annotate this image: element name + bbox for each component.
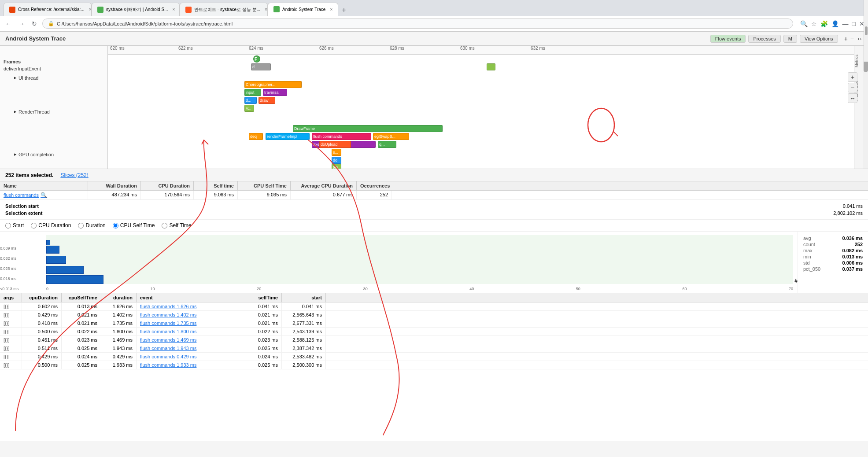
profile-icon[interactable]: 👤 <box>831 20 839 27</box>
dc-event-0[interactable]: flush commands 1.626 ms <box>137 302 242 310</box>
radio-cpuselftime-input[interactable] <box>113 223 118 228</box>
dc-cpuself-7: 0.025 ms <box>62 361 101 369</box>
ui-thread-label[interactable]: ▸ UI thread <box>4 74 104 81</box>
dc-event-5[interactable]: flush commands 1.943 ms <box>137 344 242 352</box>
dc-event-4[interactable]: flush commands 1.469 ms <box>137 336 242 344</box>
radio-cpuduration-input[interactable] <box>31 223 37 228</box>
radio-start-input[interactable] <box>5 223 11 228</box>
dcol-cpudur[interactable]: cpuDuration <box>22 293 62 302</box>
block-deq[interactable]: deq <box>249 133 263 140</box>
extensions-icon[interactable]: 🧩 <box>820 20 828 27</box>
block-input[interactable]: input <box>244 89 261 96</box>
zoom-in-button[interactable]: + <box>848 72 857 82</box>
tab-close-systrace[interactable]: × <box>172 7 175 12</box>
col-header-self[interactable]: Self time <box>194 181 238 190</box>
flow-events-button[interactable]: Flow events <box>710 35 746 43</box>
dcol-start[interactable]: start <box>282 293 326 302</box>
block-choreographer[interactable]: Choreographer... <box>244 81 302 88</box>
block-d1[interactable]: d... <box>251 63 271 70</box>
search-icon-row[interactable]: 🔍 <box>41 192 47 198</box>
col-header-cpu[interactable]: CPU Duration <box>141 181 194 190</box>
dc-dur-0: 1.626 ms <box>101 302 137 310</box>
tab-systrace[interactable]: systrace 이해하기 | Android S... × <box>92 3 180 16</box>
render-thread-label[interactable]: ▸ RenderThread <box>4 108 104 115</box>
refresh-button[interactable]: ↻ <box>30 19 39 28</box>
timeline-scrollbar[interactable] <box>863 46 868 169</box>
cell-occ: 252 <box>357 191 392 199</box>
tab-skia[interactable]: Cross Reference: /external/skia:... × <box>4 3 92 16</box>
expand-icon[interactable]: ↔ <box>857 35 863 42</box>
col-header-wall[interactable]: Wall Duration <box>88 181 141 190</box>
tab-trace[interactable]: Android System Trace × <box>268 3 338 16</box>
tab-close-android[interactable]: × <box>265 7 267 12</box>
tab-android[interactable]: 안드로이드 - systrace로 성능 분... × <box>180 3 268 16</box>
dc-event-6[interactable]: flush commands 0.429 ms <box>137 353 242 361</box>
block-small1[interactable] <box>487 63 495 70</box>
address-bar[interactable]: 🔒 C:/Users/hansos/AppData/Local/Android/… <box>42 18 793 29</box>
zoom-icon[interactable]: 🔍 <box>800 20 808 27</box>
col-header-avgcpu[interactable]: Average CPU Duration <box>291 181 357 190</box>
col-header-name[interactable]: Name <box>0 181 88 190</box>
block-flushcommands[interactable]: flush commands <box>312 133 371 140</box>
block-q[interactable]: q... <box>378 141 396 148</box>
radio-selftime-input[interactable] <box>162 223 167 228</box>
forward-button[interactable]: → <box>17 19 26 28</box>
dc-event-2[interactable]: flush commands 1.735 ms <box>137 319 242 327</box>
block-do[interactable]: do <box>332 157 341 164</box>
block-s[interactable]: s... <box>332 149 341 156</box>
frame-marker[interactable]: F <box>253 55 260 63</box>
dcol-cpuself[interactable]: cpuSelfTime <box>62 293 101 302</box>
minimize-icon[interactable]: — <box>842 20 849 27</box>
block-draw[interactable]: draw <box>259 97 275 104</box>
maximize-icon[interactable]: □ <box>852 20 856 27</box>
dc-event-7[interactable]: flush commands 1.933 ms <box>137 361 242 369</box>
dcol-dur[interactable]: duration <box>101 293 137 302</box>
block-renderfriameimpl[interactable]: renderFrameImpl <box>266 133 310 140</box>
sel-extent-label: Selection extent <box>5 210 42 216</box>
gpu-completion-label[interactable]: ▸ GPU completion <box>4 151 104 158</box>
radio-selftime[interactable]: Self Time <box>162 222 191 228</box>
zoom-out-button[interactable]: − <box>848 83 857 92</box>
zoom-out-small-icon[interactable]: − <box>850 35 854 42</box>
radio-cpuduration[interactable]: CPU Duration <box>31 222 71 228</box>
dcol-selftime[interactable]: selfTime <box>242 293 282 302</box>
radio-start[interactable]: Start <box>5 222 24 228</box>
radio-duration-input[interactable] <box>78 223 84 228</box>
cell-name-flush[interactable]: flush commands 🔍 <box>0 191 88 199</box>
block-d2[interactable]: d... <box>244 97 257 104</box>
bookmark-icon[interactable]: ☆ <box>811 20 817 27</box>
dc-cpuself-3: 0.022 ms <box>62 328 101 335</box>
view-options-button[interactable]: View Options <box>800 35 838 43</box>
slices-link[interactable]: Slices (252) <box>60 172 88 178</box>
tab-close-trace[interactable]: × <box>330 7 332 12</box>
col-header-occ[interactable]: Occurrences <box>357 181 392 190</box>
right-panel[interactable]: 620 ms 622 ms 624 ms 626 ms 628 ms 630 m… <box>108 46 868 169</box>
processes-button[interactable]: Processes <box>748 35 780 43</box>
block-doupload[interactable]: doUpload <box>319 141 351 148</box>
radio-cpuselfrime[interactable]: CPU Self Time <box>113 222 155 228</box>
ruler-620: 620 ms <box>110 46 125 51</box>
block-tex[interactable]: tex <box>332 164 341 169</box>
block-drawframe[interactable]: DrawFrame <box>293 125 443 132</box>
block-eglswap[interactable]: eglSwapB... <box>373 133 409 140</box>
zoom-fit-button[interactable]: ↔ <box>848 93 857 103</box>
tab-close-skia[interactable]: × <box>89 7 92 12</box>
radio-duration[interactable]: Duration <box>78 222 105 228</box>
new-tab-button[interactable]: + <box>338 4 349 16</box>
back-button[interactable]: ← <box>4 19 13 28</box>
dcol-args[interactable]: args <box>0 293 22 302</box>
block-traversal[interactable]: traversal <box>263 89 287 96</box>
dc-event-3[interactable]: flush commands 1.800 ms <box>137 328 242 335</box>
dcol-event[interactable]: event <box>137 293 242 302</box>
col-header-cpuself[interactable]: CPU Self Time <box>238 181 291 190</box>
block-v[interactable]: V... <box>244 105 254 112</box>
table-row-flush: flush commands 🔍 487.234 ms 170.564 ms 9… <box>0 191 868 200</box>
dc-event-1[interactable]: flush commands 1.402 ms <box>137 311 242 319</box>
dc-args-5: [{}] <box>0 344 22 352</box>
zoom-in-small-icon[interactable]: + <box>844 35 848 42</box>
tab-favicon-android <box>185 7 192 13</box>
timeline-area: Frames deliverInputEvent ▸ UI thread ▸ R… <box>0 46 868 169</box>
m-button[interactable]: M <box>783 35 797 43</box>
dc-start-3: 2,543.139 ms <box>282 328 326 335</box>
flush-commands-link[interactable]: flush commands <box>4 192 39 198</box>
